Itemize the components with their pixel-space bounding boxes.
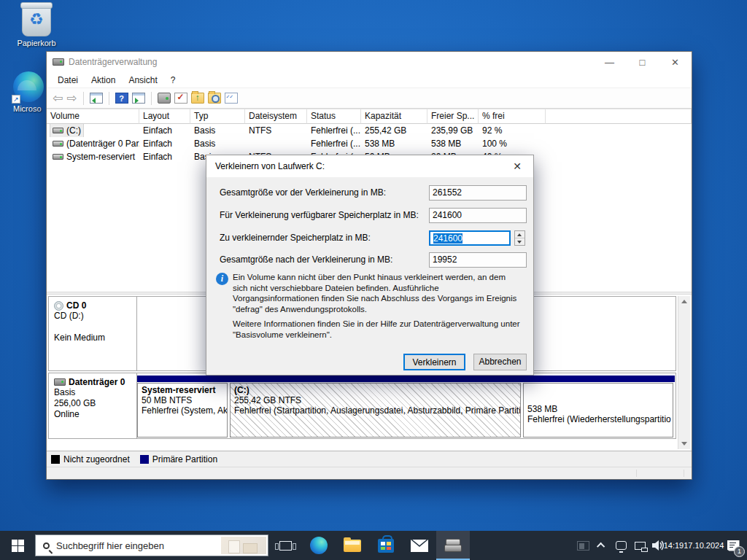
menu-datei[interactable]: Datei xyxy=(51,74,85,87)
spinner-up-icon[interactable] xyxy=(515,231,525,238)
tablet-icon xyxy=(616,541,627,550)
disk-row[interactable]: Datenträger 0 Basis 256,00 GB Online Sys… xyxy=(48,373,676,439)
refresh-disks-icon[interactable] xyxy=(158,93,171,104)
check-disk-icon[interactable] xyxy=(174,93,187,104)
dialog-title: Verkleinern von Laufwerk C: xyxy=(215,161,325,171)
microsoft-store-icon xyxy=(378,539,394,553)
status-bar xyxy=(47,467,692,479)
show-hidden-icons-button[interactable] xyxy=(592,531,611,560)
action-pane-icon[interactable] xyxy=(132,93,145,104)
menu-aktion[interactable]: Aktion xyxy=(85,74,122,87)
partition-recovery[interactable]: 538 MB Fehlerfrei (Wiederherstellungspar… xyxy=(523,383,673,438)
taskbar-disk-management-button[interactable] xyxy=(436,531,470,560)
chevron-up-icon xyxy=(597,542,605,551)
show-console-tree-icon[interactable] xyxy=(90,93,103,104)
col-kapazitaet[interactable]: Kapazität xyxy=(361,109,427,124)
action-center-button[interactable]: 1 xyxy=(719,531,747,560)
legend-unallocated: Nicht zugeordnet xyxy=(51,454,130,464)
dialog-titlebar[interactable]: Verkleinern von Laufwerk C: ✕ xyxy=(206,155,533,177)
taskbar-edge-button[interactable] xyxy=(302,531,336,560)
windows-logo-icon xyxy=(12,540,24,552)
news-widget-button[interactable] xyxy=(573,531,592,560)
shrink-amount-spinner[interactable] xyxy=(514,230,525,246)
cd-icon xyxy=(54,301,63,311)
col-volume[interactable]: Volume xyxy=(47,109,139,124)
taskbar-search-input[interactable]: Suchbegriff hier eingeben xyxy=(35,534,268,556)
drive-icon xyxy=(53,141,63,147)
dialog-close-button[interactable]: ✕ xyxy=(501,155,533,177)
cancel-button[interactable]: Abbrechen xyxy=(473,354,527,370)
total-before-field: 261552 xyxy=(429,185,527,201)
mail-icon xyxy=(411,540,428,552)
maximize-button[interactable]: □ xyxy=(626,52,659,72)
start-button[interactable] xyxy=(0,531,35,560)
volume-row-c[interactable]: (C:) Einfach Basis NTFS Fehlerfrei (... … xyxy=(47,124,692,137)
col-dateisystem[interactable]: Dateisystem xyxy=(245,109,307,124)
edge-icon xyxy=(310,537,328,554)
help-icon[interactable] xyxy=(115,93,128,104)
col-freier-sp[interactable]: Freier Sp... xyxy=(427,109,479,124)
taskbar-explorer-button[interactable] xyxy=(336,531,369,560)
window-title: Datenträgerverwaltung xyxy=(69,57,157,67)
news-icon xyxy=(577,541,589,551)
primary-partition-band xyxy=(137,376,675,382)
taskbar-store-button[interactable] xyxy=(369,531,403,560)
menu-hilfe[interactable]: ? xyxy=(164,74,182,87)
notification-badge: 1 xyxy=(734,546,745,557)
menubar: Datei Aktion Ansicht ? xyxy=(47,72,692,88)
edge-icon: ↗ xyxy=(13,71,44,102)
spinner-down-icon[interactable] xyxy=(515,238,525,246)
legend-bar: Nicht zugeordnet Primäre Partition xyxy=(47,451,692,467)
properties-list-icon[interactable] xyxy=(225,93,238,104)
task-view-button[interactable] xyxy=(268,531,302,560)
available-space-field: 241600 xyxy=(429,208,527,223)
recycle-bin-label: Papierkorb xyxy=(9,39,64,47)
search-highlight-graphic[interactable] xyxy=(221,537,266,554)
scroll-down-icon[interactable] xyxy=(681,442,687,446)
search-placeholder: Suchbegriff hier eingeben xyxy=(56,540,164,551)
folder-search-icon[interactable] xyxy=(208,93,221,104)
clock-time: 14:19 xyxy=(664,540,684,551)
drive-icon xyxy=(53,154,63,160)
back-icon[interactable]: ⇦ xyxy=(53,92,63,104)
window-titlebar[interactable]: Datenträgerverwaltung — □ ✕ xyxy=(47,52,692,72)
vertical-scrollbar[interactable] xyxy=(678,296,690,449)
disk-icon xyxy=(54,378,66,386)
taskbar: Suchbegriff hier eingeben 14:19 17.10.20… xyxy=(0,531,747,560)
file-explorer-icon xyxy=(344,540,361,552)
partition-system-reserved[interactable]: System-reserviert 50 MB NTFS Fehlerfrei … xyxy=(137,383,228,438)
col-layout[interactable]: Layout xyxy=(139,109,190,124)
volume-row-recovery[interactable]: (Datenträger 0 Par... Einfach Basis Fehl… xyxy=(47,137,692,150)
taskbar-clock[interactable]: 14:19 17.10.2024 xyxy=(668,531,719,560)
dialog-info-text: Ein Volume kann nicht über den Punkt hin… xyxy=(233,272,522,314)
folder-up-icon[interactable] xyxy=(191,93,204,104)
drive-icon xyxy=(53,128,63,133)
col-typ[interactable]: Typ xyxy=(190,109,245,124)
shrink-amount-input[interactable]: 241600 xyxy=(429,230,511,246)
unallocated-swatch xyxy=(51,455,60,464)
shortcut-arrow-icon: ↗ xyxy=(12,95,20,104)
search-icon xyxy=(43,542,50,549)
taskbar-mail-button[interactable] xyxy=(403,531,436,560)
partition-c[interactable]: (C:) 255,42 GB NTFS Fehlerfrei (Startpar… xyxy=(230,383,521,438)
tablet-mode-tray-button[interactable] xyxy=(611,531,630,560)
clock-date: 17.10.2024 xyxy=(684,540,724,551)
volume-list-header: Volume Layout Typ Dateisystem Status Kap… xyxy=(47,109,692,124)
task-view-icon xyxy=(279,541,292,551)
app-icon xyxy=(53,58,64,66)
shrink-button[interactable]: Verkleinern xyxy=(403,354,465,370)
minimize-button[interactable]: — xyxy=(593,52,626,72)
toolbar: ⇦ ⇨ xyxy=(47,88,692,109)
network-tray-button[interactable] xyxy=(630,531,649,560)
col-status[interactable]: Status xyxy=(307,109,361,124)
desktop-icon-recycle-bin[interactable]: ♻ Papierkorb xyxy=(9,4,64,47)
scroll-up-icon[interactable] xyxy=(681,300,687,303)
menu-ansicht[interactable]: Ansicht xyxy=(122,74,163,87)
info-icon: i xyxy=(216,273,228,285)
close-button[interactable]: ✕ xyxy=(659,52,692,72)
col-prozent-frei[interactable]: % frei xyxy=(479,109,546,124)
network-icon xyxy=(635,542,646,550)
legend-primary-partition: Primäre Partition xyxy=(140,454,217,464)
forward-icon[interactable]: ⇨ xyxy=(66,92,77,104)
shrink-volume-dialog: Verkleinern von Laufwerk C: ✕ Gesamtgröß… xyxy=(206,155,534,376)
